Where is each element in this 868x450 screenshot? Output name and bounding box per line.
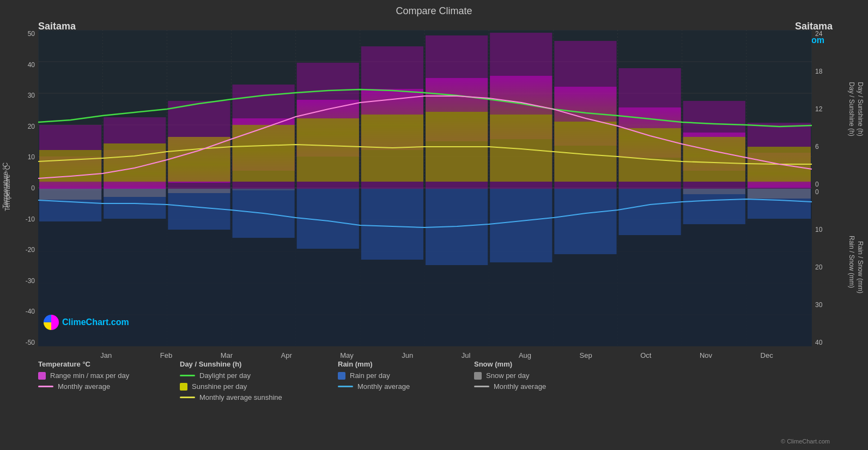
legend-item-daylight: Daylight per day (180, 371, 321, 380)
y-label-left: Temperature °C (4, 165, 11, 211)
logo-icon-bottom (44, 315, 59, 330)
y-axis-right-top-label: Day / Sunshine (h) (848, 82, 855, 136)
legend-line-snow-avg (474, 386, 489, 387)
monthly-average-label: Monthly average (58, 382, 110, 391)
y-label-right-bottom-container: Rain / Snow (mm) (855, 188, 865, 346)
svg-rect-72 (554, 189, 616, 254)
y-label-right-top: Day / Sunshine (h) (857, 82, 864, 136)
svg-rect-73 (618, 189, 681, 235)
svg-rect-79 (232, 189, 294, 190)
svg-rect-55 (232, 125, 294, 182)
y-axis-right-ticks: 24 18 12 6 0 0 10 20 30 40 (812, 30, 838, 346)
svg-rect-80 (683, 189, 745, 194)
svg-rect-76 (39, 189, 101, 200)
svg-rect-71 (490, 189, 552, 262)
svg-rect-77 (104, 189, 166, 197)
legend-title-temperature: Temperature °C (38, 360, 163, 368)
legend-line-daylight (180, 375, 195, 376)
chart-svg (38, 30, 812, 346)
svg-rect-81 (748, 189, 811, 199)
legend-item-sunshine-bar: Sunshine per day (180, 382, 321, 391)
x-axis-labels: Jan Feb Mar Apr May Jun Jul Aug Sep Oct … (76, 351, 797, 359)
y-axis-right-bottom-label: Rain / Snow (mm) (848, 236, 855, 288)
legend-line-sunshine-avg (180, 397, 195, 398)
logo-text-bottom: ClimeChart.com (62, 317, 129, 327)
svg-rect-69 (361, 189, 423, 260)
legend-item-snow-bar: Snow per day (474, 371, 583, 380)
legend-group-snow: Snow (mm) Snow per day Monthly average (474, 360, 583, 401)
legend-line-temp-avg (38, 386, 53, 387)
legend-title-sunshine: Day / Sunshine (h) (180, 360, 321, 368)
legend-swatch-snow (474, 372, 482, 380)
y-axis-left-ticks: 50 40 30 20 10 0 -10 -20 -30 -40 -50 (12, 30, 38, 346)
legend-item-rain-bar: Rain per day (338, 371, 458, 380)
legend-item-sunshine-avg: Monthly average sunshine (180, 393, 321, 401)
legend-area: Temperature °C Range min / max per day M… (38, 360, 835, 401)
legend-group-rain: Rain (mm) Rain per day Monthly average (338, 360, 458, 401)
svg-rect-78 (168, 189, 230, 193)
y-label-right-top-container: Day / Sunshine (h) (855, 30, 865, 188)
legend-title-rain: Rain (mm) (338, 360, 458, 368)
legend-item-temp-avg: Monthly average (38, 382, 163, 391)
y-label-right-bottom: Rain / Snow (mm) (857, 241, 864, 293)
svg-rect-60 (554, 122, 616, 182)
svg-rect-56 (297, 118, 359, 182)
legend-group-temperature: Temperature °C Range min / max per day M… (38, 360, 163, 401)
main-container: Compare Climate Saitama Saitama ClimeCha… (0, 0, 868, 450)
legend-title-snow: Snow (mm) (474, 360, 583, 368)
svg-rect-59 (490, 115, 552, 182)
legend-item-temp-range: Range min / max per day (38, 371, 163, 380)
legend-line-rain-avg (338, 386, 353, 387)
logo-bottom-left: ClimeChart.com (44, 315, 129, 330)
svg-rect-54 (168, 137, 230, 182)
legend-item-rain-avg: Monthly average (338, 382, 458, 391)
svg-rect-62 (683, 137, 745, 182)
chart-title: Compare Climate (0, 0, 868, 20)
legend-swatch-temp-range (38, 372, 46, 380)
legend-group-sunshine: Day / Sunshine (h) Daylight per day Suns… (180, 360, 321, 401)
chart-area: 50 40 30 20 10 0 -10 -20 -30 -40 -50 (12, 30, 838, 346)
y-label-left-container: Temperature °C (3, 30, 13, 346)
svg-rect-52 (39, 150, 101, 182)
copyright: © ClimeChart.com (781, 438, 830, 445)
legend-swatch-sunshine (180, 383, 187, 391)
legend-swatch-rain (338, 372, 345, 380)
legend-item-snow-avg: Monthly average (474, 382, 583, 391)
